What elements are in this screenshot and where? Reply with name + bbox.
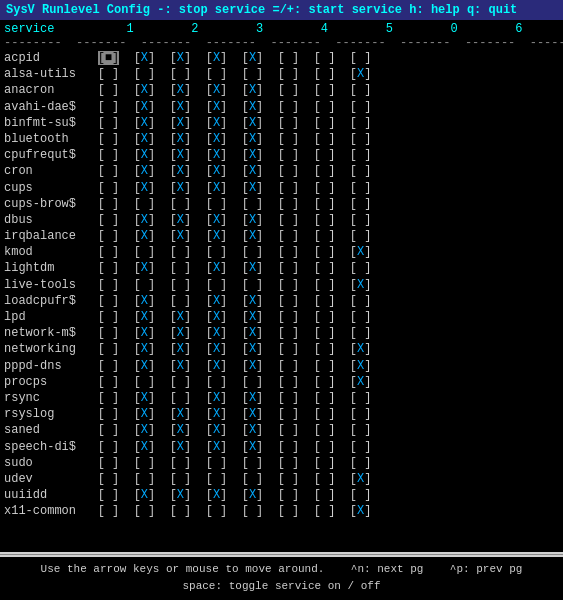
service-name: speech-di$ [4,440,83,454]
service-name: networking [4,342,83,356]
service-name: binfmt-su$ [4,116,83,130]
table-row[interactable]: loadcpufr$ [ ] [X] [ ] [X] [X] [ ] [ ] [… [4,293,559,309]
table-row[interactable]: cups [ ] [X] [X] [X] [X] [ ] [ ] [ ] [4,180,559,196]
service-name: uuiidd [4,488,83,502]
title-bar: SysV Runlevel Config -: stop service =/+… [0,0,563,20]
footer-line1: Use the arrow keys or mouse to move arou… [6,561,557,579]
table-row[interactable]: cron [ ] [X] [X] [X] [X] [ ] [ ] [ ] [4,163,559,179]
table-row[interactable]: sudo [ ] [ ] [ ] [ ] [ ] [ ] [ ] [ ] [4,455,559,471]
service-name: pppd-dns [4,359,83,373]
service-name: x11-common [4,504,83,518]
service-name: rsyslog [4,407,83,421]
service-name: saned [4,423,83,437]
table-row[interactable]: cpufrequt$ [ ] [X] [X] [X] [X] [ ] [ ] [… [4,147,559,163]
divider: -------- ------- ------- ------- -------… [4,36,559,50]
table-row[interactable]: irqbalance [ ] [X] [X] [X] [X] [ ] [ ] [… [4,228,559,244]
table-row[interactable]: dbus [ ] [X] [X] [X] [X] [ ] [ ] [ ] [4,212,559,228]
service-name: acpid [4,51,83,65]
service-name: avahi-dae$ [4,100,83,114]
table-row[interactable]: binfmt-su$ [ ] [X] [X] [X] [X] [ ] [ ] [… [4,115,559,131]
main-content: service 1 2 3 4 5 0 6 S -------- -------… [0,20,563,552]
table-row[interactable]: networking [ ] [X] [X] [X] [X] [ ] [ ] [… [4,341,559,357]
table-row[interactable]: kmod [ ] [ ] [ ] [ ] [ ] [ ] [ ] [X] [4,244,559,260]
service-name: procps [4,375,83,389]
service-name: dbus [4,213,83,227]
service-name: bluetooth [4,132,83,146]
footer: Use the arrow keys or mouse to move arou… [0,557,563,600]
footer-divider [0,554,563,555]
service-name: udev [4,472,83,486]
service-name: sudo [4,456,83,470]
service-name: cron [4,164,83,178]
table-row[interactable]: x11-common [ ] [ ] [ ] [ ] [ ] [ ] [ ] [… [4,503,559,519]
table-row[interactable]: acpid [■] [X] [X] [X] [X] [ ] [ ] [ ] [4,50,559,66]
selected-cell: [■] [98,51,120,65]
app-window: SysV Runlevel Config -: stop service =/+… [0,0,563,600]
table-row[interactable]: pppd-dns [ ] [X] [X] [X] [X] [ ] [ ] [X] [4,358,559,374]
app-title: SysV Runlevel Config [6,3,150,17]
service-name: cups [4,181,83,195]
service-name: irqbalance [4,229,83,243]
service-name: anacron [4,83,83,97]
service-name: live-tools [4,278,83,292]
table-row[interactable]: bluetooth [ ] [X] [X] [X] [X] [ ] [ ] [ … [4,131,559,147]
table-row[interactable]: live-tools [ ] [ ] [ ] [ ] [ ] [ ] [ ] [… [4,277,559,293]
table-row[interactable]: procps [ ] [ ] [ ] [ ] [ ] [ ] [ ] [X] [4,374,559,390]
service-name: lpd [4,310,83,324]
service-name: lightdm [4,261,83,275]
service-list[interactable]: acpid [■] [X] [X] [X] [X] [ ] [ ] [ ]als… [4,50,559,550]
service-name: alsa-utils [4,67,83,81]
table-row[interactable]: lpd [ ] [X] [X] [X] [X] [ ] [ ] [ ] [4,309,559,325]
table-row[interactable]: cups-brow$ [ ] [ ] [ ] [ ] [ ] [ ] [ ] [… [4,196,559,212]
table-row[interactable]: rsync [ ] [X] [ ] [X] [X] [ ] [ ] [ ] [4,390,559,406]
table-row[interactable]: uuiidd [ ] [X] [X] [X] [X] [ ] [ ] [ ] [4,487,559,503]
service-name: kmod [4,245,83,259]
title-hints: -: stop service =/+: start service h: he… [150,3,517,17]
table-row[interactable]: udev [ ] [ ] [ ] [ ] [ ] [ ] [ ] [X] [4,471,559,487]
service-name: cups-brow$ [4,197,83,211]
table-row[interactable]: saned [ ] [X] [X] [X] [X] [ ] [ ] [ ] [4,422,559,438]
service-name: rsync [4,391,83,405]
table-row[interactable]: network-m$ [ ] [X] [X] [X] [X] [ ] [ ] [… [4,325,559,341]
table-row[interactable]: lightdm [ ] [X] [ ] [X] [X] [ ] [ ] [ ] [4,260,559,276]
table-row[interactable]: anacron [ ] [X] [X] [X] [X] [ ] [ ] [ ] [4,82,559,98]
table-row[interactable]: avahi-dae$ [ ] [X] [X] [X] [X] [ ] [ ] [… [4,99,559,115]
column-header: service 1 2 3 4 5 0 6 S [4,22,559,36]
service-name: network-m$ [4,326,83,340]
service-name: cpufrequt$ [4,148,83,162]
table-row[interactable]: rsyslog [ ] [X] [X] [X] [X] [ ] [ ] [ ] [4,406,559,422]
footer-line2: space: toggle service on / off [6,578,557,596]
table-row[interactable]: alsa-utils [ ] [ ] [ ] [ ] [ ] [ ] [ ] [… [4,66,559,82]
service-name: loadcpufr$ [4,294,83,308]
table-row[interactable]: speech-di$ [ ] [X] [X] [X] [X] [ ] [ ] [… [4,439,559,455]
